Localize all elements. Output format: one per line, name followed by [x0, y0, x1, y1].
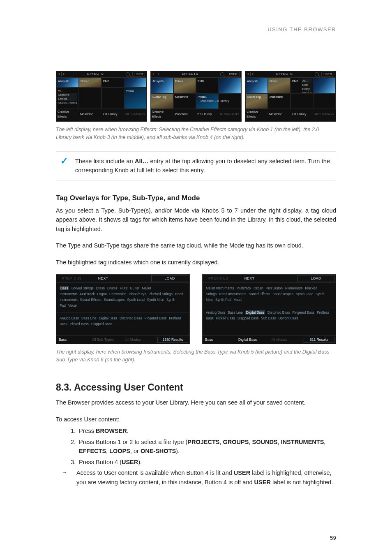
list-item: Maschine 2.0 Library — [201, 99, 240, 103]
user-toggle: USER — [132, 72, 145, 77]
body-paragraph: The Browser provides access to your User… — [56, 398, 336, 407]
tile-label: Prism — [126, 89, 134, 93]
tile-label: Maschine — [175, 95, 188, 99]
overlay-right: PREVIOUS NEXT LOAD Mallet InstrumentsMul… — [202, 274, 336, 344]
search-icon — [315, 72, 319, 76]
figure-caption: The right display, here when browsing In… — [56, 348, 336, 364]
search-icon — [126, 72, 130, 76]
knob-label: All Sub-Banks — [313, 112, 336, 117]
knob-value: All Sub-Types — [90, 337, 123, 342]
list-item: Studio Effects — [58, 101, 77, 105]
tile-label: Driver — [81, 79, 89, 83]
body-paragraph: As you select a Type, Sub-Type(s), and/o… — [56, 206, 336, 234]
results-count: 1380 Results — [157, 337, 188, 343]
tile-label: FM8 — [103, 79, 109, 83]
subsection-heading: Tag Overlays for Type, Sub-Type, and Mod… — [56, 193, 336, 204]
step-item: Press Buttons 1 or 2 to select a file ty… — [77, 437, 336, 456]
nav-arrows-icon: ◂ │ ▸ — [152, 72, 159, 76]
display-title: EFFECTS — [67, 72, 123, 76]
tile-label: Absynth — [152, 79, 164, 83]
body-paragraph: To access User content: — [56, 415, 336, 424]
tile-label: Maschine — [270, 95, 283, 99]
page-number: 59 — [330, 534, 336, 543]
step-item: Press BROWSER. — [77, 426, 336, 435]
nav-arrows-icon: ◂ │ ▸ — [247, 72, 254, 76]
subtype-tag-cloud: Analog BassBass LineDigital BassDistorte… — [203, 307, 336, 324]
search-icon — [220, 72, 224, 76]
display-right: ◂ │ ▸ EFFECTS USER Absynth Driver FM8 Al… — [245, 71, 336, 122]
tile-label: Driver — [270, 79, 278, 83]
type-tag-cloud: Mallet InstrumentsMultitrackOrganPercuss… — [203, 283, 336, 305]
step-item: Press Button 4 (USER). — [77, 458, 336, 467]
knob-value: Bass — [56, 337, 90, 342]
prev-button: PREVIOUS — [56, 276, 88, 281]
nav-arrows-icon: ◂ │ ▸ — [58, 72, 65, 76]
figure-caption: The left display, here when browsing Eff… — [56, 126, 336, 141]
knob-value: All Modes — [269, 337, 302, 342]
tile-label: FM8 — [198, 79, 204, 83]
next-button: NEXT — [234, 276, 265, 281]
list-item: All… — [201, 95, 240, 99]
list-item: All… — [58, 89, 77, 93]
knob-label: Maschine — [79, 112, 101, 117]
arrow-icon: → — [62, 468, 67, 487]
knob-label: 2.0 Library — [196, 112, 219, 117]
type-tag-cloud: BassBowed StringsBrassDrumsFluteGuitarMa… — [56, 283, 189, 311]
results-count: 611 Results — [304, 337, 334, 343]
knob-label: Maschine — [268, 112, 291, 117]
tile-label: Guitar Rig — [247, 95, 261, 99]
user-toggle: USER — [227, 72, 240, 77]
tile-label: Absynth — [247, 79, 258, 83]
display-title: EFFECTS — [256, 72, 312, 76]
load-button: LOAD — [297, 275, 334, 282]
tile-label: Prism — [198, 95, 205, 99]
display-title: EFFECTS — [162, 72, 218, 76]
knob-value: Bass — [203, 337, 236, 342]
subbank-dropdown: All… Beat Delay Chorus Compressor Distor… — [301, 78, 313, 93]
user-toggle: USER — [321, 72, 334, 77]
check-icon: ✓ — [60, 157, 68, 175]
tip-text: These lists include an All… entry at the… — [75, 157, 330, 175]
effects-displays-figure: ◂ │ ▸ EFFECTS USER Absynth Driver FM8 Al… — [56, 71, 336, 122]
knob-label: All Sub-Banks — [124, 112, 147, 117]
body-paragraph: The highlighted tag indicates which one … — [56, 258, 336, 267]
tile-label: Absynth — [58, 79, 69, 83]
display-left: ◂ │ ▸ EFFECTS USER Absynth Driver FM8 Al… — [56, 71, 147, 122]
result-item: → Access to User content is available wh… — [56, 468, 336, 487]
display-middle: ◂ │ ▸ EFFECTS USER Absynth Driver FM8 Gu… — [150, 71, 242, 122]
list-item: Creative Effects — [58, 93, 77, 101]
body-paragraph: The Type and Sub-Type tags share the sam… — [56, 241, 336, 250]
knob-label: Maschine — [173, 112, 196, 117]
tile-label: Driver — [175, 79, 183, 83]
knob-label: 2.0 Library — [291, 112, 313, 117]
knob-value: Digital Bass — [236, 337, 269, 342]
overlay-left: PREVIOUS NEXT LOAD BassBowed StringsBras… — [56, 274, 190, 344]
prev-button: PREVIOUS — [203, 276, 234, 281]
page-header: USING THE BROWSER — [56, 25, 336, 34]
knob-label: Creative Effects — [56, 109, 79, 119]
tile-label: Guitar Rig — [152, 95, 166, 99]
tag-overlays-figure: PREVIOUS NEXT LOAD BassBowed StringsBras… — [56, 274, 336, 344]
knob-label: 2.0 Library — [101, 112, 124, 117]
tip-box: ✓ These lists include an All… entry at t… — [56, 151, 336, 180]
load-button: LOAD — [151, 275, 188, 282]
knob-label: Creative Effects — [151, 109, 173, 119]
subtype-tag-cloud: Analog BassBass LineDigital BassDistorte… — [56, 312, 189, 329]
knob-label: Creative Effects — [245, 109, 268, 119]
tile-label: FM8 — [292, 79, 298, 83]
knob-value: All Modes — [123, 337, 156, 342]
steps-list: Press BROWSER. Press Buttons 1 or 2 to s… — [56, 426, 336, 467]
section-heading: 8.3. Accessing User Content — [56, 380, 336, 395]
knob-label: All Sub-Banks — [219, 112, 241, 117]
next-button: NEXT — [88, 276, 119, 281]
